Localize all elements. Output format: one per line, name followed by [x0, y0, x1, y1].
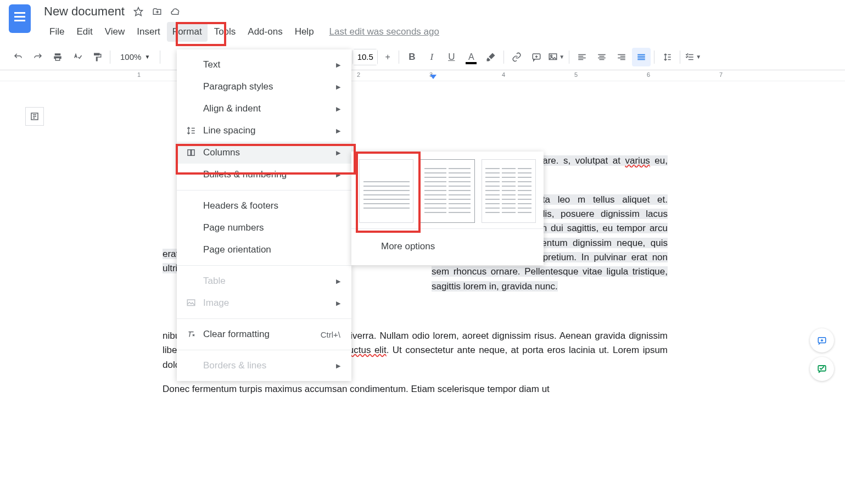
explore-button[interactable]	[810, 328, 834, 352]
menu-help[interactable]: Help	[289, 22, 320, 42]
add-comment-button[interactable]	[527, 48, 546, 66]
show-outline-button[interactable]	[25, 107, 44, 126]
menu-format[interactable]: Format	[167, 22, 208, 42]
format-image-item: Image▶	[177, 292, 351, 314]
bold-button[interactable]: B	[402, 48, 421, 66]
move-folder-icon[interactable]	[152, 7, 162, 16]
format-align-indent-item[interactable]: Align & indent▶	[177, 98, 351, 120]
svg-marker-0	[134, 8, 142, 16]
doc-paragraph[interactable]: Donec fermentum turpis maximus accumsan …	[163, 382, 668, 396]
docs-logo[interactable]	[9, 4, 31, 33]
align-justify-button[interactable]	[632, 48, 651, 66]
format-paragraph-styles-item[interactable]: Paragraph styles▶	[177, 76, 351, 98]
redo-button[interactable]	[29, 48, 47, 66]
format-page-numbers-item[interactable]: Page numbers	[177, 217, 351, 239]
zoom-select[interactable]: 100%▼	[114, 52, 156, 61]
menu-edit[interactable]: Edit	[71, 22, 98, 42]
svg-point-3	[551, 55, 552, 57]
text-color-button[interactable]: A	[462, 48, 480, 66]
format-clear-formatting-item[interactable]: Clear formattingCtrl+\	[177, 323, 351, 345]
format-menu-dropdown: Text▶ Paragraph styles▶ Align & indent▶ …	[177, 49, 351, 381]
feedback-button[interactable]	[810, 357, 834, 381]
ruler-mark: 4	[502, 71, 505, 78]
font-size-input[interactable]	[353, 49, 377, 65]
image-icon	[186, 298, 197, 309]
highlight-button[interactable]	[482, 48, 500, 66]
ruler-mark: 6	[647, 71, 650, 78]
ruler-indent-marker[interactable]	[430, 75, 437, 79]
menubar: File Edit View Insert Format Tools Add-o…	[44, 22, 439, 42]
columns-option-3[interactable]	[482, 159, 536, 223]
underline-button[interactable]: U	[442, 48, 461, 66]
spellcheck-button[interactable]	[68, 48, 87, 66]
format-text-item[interactable]: Text▶	[177, 54, 351, 76]
last-edit-link[interactable]: Last edit was seconds ago	[329, 22, 439, 42]
font-size-input-wrap	[352, 49, 378, 65]
ruler-mark: 1	[137, 71, 141, 78]
star-icon[interactable]	[133, 7, 143, 16]
columns-more-options[interactable]: More options	[359, 236, 536, 257]
cloud-status-icon[interactable]	[171, 7, 181, 16]
menu-addons[interactable]: Add-ons	[242, 22, 288, 42]
increase-font-size-button[interactable]: +	[380, 49, 395, 65]
align-center-button[interactable]	[592, 48, 611, 66]
italic-button[interactable]: I	[422, 48, 441, 66]
undo-button[interactable]	[9, 48, 27, 66]
ruler-mark: 7	[719, 71, 723, 78]
menu-file[interactable]: File	[44, 22, 70, 42]
format-bullets-numbering-item[interactable]: Bullets & numbering▶	[177, 164, 351, 186]
horizontal-ruler[interactable]: 1 2 3 4 5 6 7	[0, 70, 845, 81]
align-left-button[interactable]	[573, 48, 591, 66]
line-spacing-icon	[186, 125, 197, 136]
print-button[interactable]	[48, 48, 67, 66]
menu-insert[interactable]: Insert	[131, 22, 166, 42]
columns-icon	[186, 147, 197, 158]
clear-format-icon	[186, 329, 197, 340]
columns-submenu: More options	[351, 152, 544, 265]
document-title[interactable]: New document	[44, 4, 125, 19]
format-table-item: Table▶	[177, 270, 351, 292]
app-header: New document File Edit View Insert Forma…	[0, 0, 845, 42]
format-line-spacing-item[interactable]: Line spacing▶	[177, 120, 351, 142]
doc-text-spellerror: luctus elit	[346, 345, 387, 355]
menu-tools[interactable]: Tools	[209, 22, 242, 42]
align-right-button[interactable]	[612, 48, 631, 66]
insert-link-button[interactable]	[507, 48, 526, 66]
format-columns-item[interactable]: Columns▶	[177, 142, 351, 164]
insert-image-button[interactable]: ▼	[547, 48, 566, 66]
ruler-mark: 2	[357, 71, 360, 78]
menu-view[interactable]: View	[99, 22, 131, 42]
format-headers-footers-item[interactable]: Headers & footers	[177, 195, 351, 217]
checklist-button[interactable]: ▼	[684, 48, 702, 66]
columns-option-2[interactable]	[420, 159, 474, 223]
columns-option-1[interactable]	[359, 159, 413, 223]
ruler-mark: 5	[574, 71, 578, 78]
paint-format-button[interactable]	[88, 48, 107, 66]
format-borders-lines-item: Borders & lines▶	[177, 355, 351, 377]
line-spacing-button[interactable]	[658, 48, 676, 66]
format-page-orientation-item[interactable]: Page orientation	[177, 239, 351, 261]
toolbar: 100%▼ − + B I U A ▼ ▼	[0, 44, 845, 70]
doc-text-spellerror[interactable]: varius	[625, 155, 650, 166]
